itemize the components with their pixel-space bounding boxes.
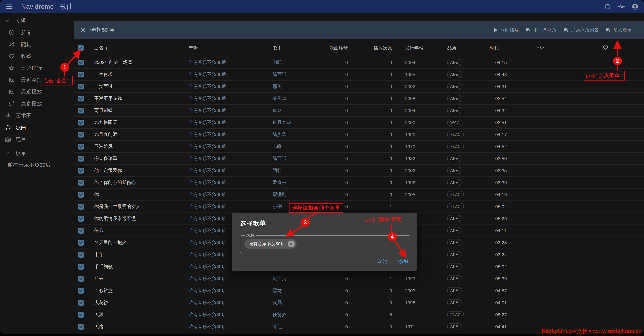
table-row[interactable]: 后来唯有音乐不负80后刘若英011999APE05:39 bbox=[74, 273, 644, 285]
action-加入播放列表[interactable]: 加入播放列表 bbox=[563, 27, 599, 33]
playlist-name-input[interactable]: 名称 唯有音乐不负80后 bbox=[240, 235, 410, 253]
table-row[interactable]: 九九艳阳天唯有音乐不负80后玖月奇迹002000WAV03:51 bbox=[74, 116, 644, 128]
row-checkbox[interactable] bbox=[78, 264, 84, 270]
song-album-link[interactable]: 唯有音乐不负80后 bbox=[189, 180, 226, 185]
song-artist-link[interactable]: 陈少华 bbox=[272, 132, 286, 137]
song-artist-link[interactable]: 黑龙 bbox=[272, 288, 282, 293]
chip-remove-icon[interactable] bbox=[288, 240, 295, 247]
row-checkbox[interactable] bbox=[78, 84, 84, 90]
table-row[interactable]: 两只蝴蝶唯有音乐不负80后庞龙002004APE04:32 bbox=[74, 104, 644, 116]
sidebar-item-歌曲[interactable]: 歌曲 bbox=[0, 121, 74, 133]
row-checkbox[interactable] bbox=[78, 144, 84, 150]
sidebar-item-艺术家[interactable]: 艺术家 bbox=[0, 110, 74, 121]
row-checkbox[interactable] bbox=[78, 324, 84, 330]
song-artist-link[interactable]: 任贤齐 bbox=[272, 312, 286, 317]
song-album-link[interactable]: 唯有音乐不负80后 bbox=[189, 324, 226, 329]
song-album-link[interactable]: 唯有音乐不负80后 bbox=[189, 84, 226, 89]
action-加入歌单[interactable]: 加入歌单 bbox=[606, 27, 632, 33]
select-all-checkbox[interactable] bbox=[78, 45, 84, 51]
row-checkbox[interactable] bbox=[78, 96, 84, 102]
song-artist-link[interactable]: 屠洪刚 bbox=[272, 192, 286, 197]
row-checkbox[interactable] bbox=[78, 276, 84, 282]
action-立即播放[interactable]: 立即播放 bbox=[493, 27, 519, 33]
song-album-link[interactable]: 唯有音乐不负80后 bbox=[189, 240, 226, 245]
song-artist-link[interactable]: 小刚 bbox=[272, 204, 282, 209]
table-row[interactable]: 今宵多珍重唯有音乐不负80后陈百强001982APE03:50 bbox=[74, 152, 644, 164]
sidebar-item-所有[interactable]: 所有 bbox=[0, 26, 74, 38]
row-checkbox[interactable] bbox=[78, 192, 84, 198]
confirm-add-button[interactable]: 添加 bbox=[398, 258, 408, 265]
row-checkbox[interactable] bbox=[78, 204, 84, 210]
column-header-track[interactable]: 歌曲序号 bbox=[326, 45, 354, 51]
table-row[interactable]: 大花轿唯有音乐不负80后火风001996APE04:01 bbox=[74, 297, 644, 309]
table-row[interactable]: 不潮不用花钱唯有音乐不负80后林俊杰002008APE03:54 bbox=[74, 92, 644, 104]
song-artist-link[interactable]: 林俊杰 bbox=[272, 96, 286, 101]
song-album-link[interactable]: 唯有音乐不负80后 bbox=[189, 252, 226, 257]
row-checkbox[interactable] bbox=[78, 132, 84, 138]
row-checkbox[interactable] bbox=[78, 60, 84, 66]
row-checkbox[interactable] bbox=[78, 240, 84, 246]
cancel-button[interactable]: 取消 bbox=[378, 258, 388, 265]
song-artist-link[interactable]: 韦唯 bbox=[272, 144, 282, 149]
row-checkbox[interactable] bbox=[78, 252, 84, 258]
song-album-link[interactable]: 唯有音乐不负80后 bbox=[189, 288, 226, 293]
sidebar-item-最多播放[interactable]: 最多播放 bbox=[0, 98, 74, 110]
song-album-link[interactable]: 唯有音乐不负80后 bbox=[189, 300, 226, 305]
song-artist-link[interactable]: 玖月奇迹 bbox=[272, 120, 291, 125]
row-checkbox[interactable] bbox=[78, 168, 84, 174]
row-checkbox[interactable] bbox=[78, 288, 84, 294]
song-album-link[interactable]: 唯有音乐不负80后 bbox=[189, 276, 226, 281]
column-header-year[interactable]: 发行年份 bbox=[397, 45, 440, 51]
row-checkbox[interactable] bbox=[78, 312, 84, 318]
song-artist-link[interactable]: 火风 bbox=[272, 300, 282, 305]
song-album-link[interactable]: 唯有音乐不负80后 bbox=[189, 132, 226, 137]
table-row[interactable]: 他一定很爱你唯有音乐不负80后阿杜002002APE03:35 bbox=[74, 164, 644, 176]
column-header-check[interactable] bbox=[74, 45, 86, 51]
song-artist-link[interactable]: 阿杜 bbox=[272, 168, 282, 173]
row-checkbox[interactable] bbox=[78, 180, 84, 186]
menu-icon[interactable] bbox=[5, 3, 12, 10]
row-checkbox[interactable] bbox=[78, 120, 84, 126]
row-checkbox[interactable] bbox=[78, 300, 84, 306]
sidebar-item-唯有音乐不负80后[interactable]: 唯有音乐不负80后 bbox=[0, 159, 74, 171]
song-artist-link[interactable]: 孟庭苇 bbox=[272, 180, 286, 185]
activity-icon[interactable] bbox=[618, 3, 625, 10]
column-header-duration[interactable]: 时长 bbox=[490, 45, 535, 51]
table-row[interactable]: 九月九的酒唯有音乐不负80后陈少华001990FLAC04:17 bbox=[74, 128, 644, 140]
sidebar-item-电台[interactable]: 电台 bbox=[0, 133, 74, 145]
account-icon[interactable] bbox=[632, 3, 639, 10]
song-album-link[interactable]: 唯有音乐不负80后 bbox=[189, 72, 226, 77]
song-album-link[interactable]: 唯有音乐不负80后 bbox=[189, 264, 226, 269]
table-row[interactable]: 你唯有音乐不负80后屠洪刚002005FLAC04:16 bbox=[74, 189, 644, 201]
song-album-link[interactable]: 唯有音乐不负80后 bbox=[189, 144, 226, 149]
column-header-title[interactable]: 曲名↑ bbox=[86, 45, 186, 51]
song-album-link[interactable]: 唯有音乐不负80后 bbox=[189, 96, 226, 101]
row-checkbox[interactable] bbox=[78, 228, 84, 234]
song-album-link[interactable]: 唯有音乐不负80后 bbox=[189, 228, 226, 233]
sidebar-item-歌单[interactable]: 歌单 bbox=[0, 147, 74, 159]
table-row[interactable]: 亚洲雄风唯有音乐不负80后韦唯001970FLAC04:52 bbox=[74, 140, 644, 152]
table-row[interactable]: 你是我一生最爱的女人唯有音乐不负80后小刚01FLAC05:04 bbox=[74, 201, 644, 213]
sidebar-item-最近播放[interactable]: 最近播放 bbox=[0, 86, 74, 98]
column-header-quality[interactable]: 品质 bbox=[440, 45, 490, 51]
song-artist-link[interactable]: 刘若英 bbox=[272, 276, 286, 281]
column-header-album[interactable]: 专辑 bbox=[186, 45, 270, 51]
song-album-link[interactable]: 唯有音乐不负80后 bbox=[189, 204, 226, 209]
table-row[interactable]: 回心转意唯有音乐不负80后黑龙002003APE04:57 bbox=[74, 285, 644, 297]
refresh-icon[interactable] bbox=[604, 3, 611, 10]
row-checkbox[interactable] bbox=[78, 156, 84, 162]
action-下一首播放[interactable]: 下一首播放 bbox=[526, 27, 556, 33]
column-header-plays[interactable]: 播放次数 bbox=[354, 45, 397, 51]
song-artist-link[interactable]: 刀郎 bbox=[272, 60, 282, 65]
playlist-chip[interactable]: 唯有音乐不负80后 bbox=[244, 239, 296, 249]
song-artist-link[interactable]: 那英 bbox=[272, 84, 282, 89]
row-checkbox[interactable] bbox=[78, 72, 84, 78]
column-header-rating[interactable]: 评分 bbox=[535, 45, 599, 51]
row-checkbox[interactable] bbox=[78, 108, 84, 114]
sidebar-item-专辑[interactable]: 专辑 bbox=[0, 15, 74, 26]
song-artist-link[interactable]: 庞龙 bbox=[272, 108, 282, 113]
row-checkbox[interactable] bbox=[78, 216, 84, 222]
song-album-link[interactable]: 唯有音乐不负80后 bbox=[189, 216, 226, 221]
song-artist-link[interactable]: 陈百强 bbox=[272, 156, 286, 161]
table-row[interactable]: 天涯唯有音乐不负80后任贤齐05FLAC05:27 bbox=[74, 309, 644, 321]
